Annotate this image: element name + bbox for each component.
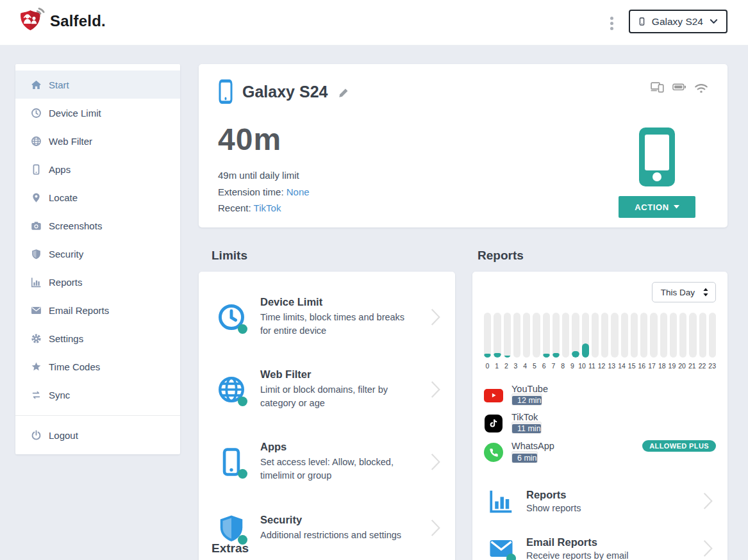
recent-app-link[interactable]: TikTok xyxy=(254,202,281,213)
hour-bar-23 xyxy=(709,313,716,358)
device-status-icons xyxy=(651,81,708,95)
sidebar-item-web-filter[interactable]: Web Filter xyxy=(15,127,180,155)
sidebar-item-logout[interactable]: Logout xyxy=(15,416,180,454)
feature-title: Security xyxy=(260,514,415,526)
status-dot xyxy=(506,554,516,560)
extras-heading: Extras xyxy=(212,541,249,556)
reports-card: This Day 0123456789101112131415161718192… xyxy=(472,272,727,560)
hour-bar-15 xyxy=(631,313,638,358)
star-icon xyxy=(31,361,42,372)
chevron-right-icon[interactable] xyxy=(430,518,441,538)
edit-pencil-icon[interactable] xyxy=(338,87,349,99)
sidebar-item-sync[interactable]: Sync xyxy=(15,381,180,409)
sidebar-nav: StartDevice LimitWeb FilterAppsLocateScr… xyxy=(15,64,180,454)
wifi-icon xyxy=(694,81,708,95)
chevron-right-icon[interactable] xyxy=(430,308,441,327)
sidebar-item-apps[interactable]: Apps xyxy=(15,155,180,183)
feature-desc: Limit or block domains, filter by catego… xyxy=(260,383,415,410)
globe-icon xyxy=(217,375,246,404)
sidebar-item-screenshots[interactable]: Screenshots xyxy=(15,211,180,240)
smartphone-icon xyxy=(217,447,246,477)
feature-title: Web Filter xyxy=(260,368,415,381)
feature-title: Apps xyxy=(260,441,415,453)
app-usage-row-tiktok: TikTok11 min xyxy=(484,412,716,435)
sidebar-item-label: Time Codes xyxy=(49,361,100,372)
chevron-right-icon[interactable] xyxy=(430,380,441,399)
hour-label: 7 xyxy=(550,362,557,370)
limits-item-web-filter[interactable]: Web FilterLimit or block domains, filter… xyxy=(199,353,455,425)
devices-icon xyxy=(651,81,665,95)
sidebar-item-security[interactable]: Security xyxy=(15,240,180,268)
sync-icon xyxy=(31,390,42,400)
app-name: YouTube xyxy=(511,384,548,394)
limits-item-apps[interactable]: AppsSet access level: Allow, blocked, ti… xyxy=(199,425,455,498)
device-title: Galaxy S24 xyxy=(242,83,328,101)
hour-bar-17 xyxy=(650,313,657,358)
hour-label: 9 xyxy=(569,362,576,370)
chevron-right-icon[interactable] xyxy=(702,539,713,558)
hour-bar-12 xyxy=(601,313,608,358)
action-label: ACTION xyxy=(635,202,669,212)
hour-bar-14 xyxy=(621,313,628,358)
report-range-select[interactable]: This Day xyxy=(652,282,716,302)
sidebar-item-locate[interactable]: Locate xyxy=(15,183,180,211)
hour-label: 10 xyxy=(578,362,586,370)
sidebar-item-label: Apps xyxy=(49,164,71,175)
sidebar-item-settings[interactable]: Settings xyxy=(15,324,180,352)
sidebar-item-time-codes[interactable]: Time Codes xyxy=(15,352,180,381)
app-usage-row-youtube: YouTube12 min xyxy=(484,384,716,407)
hour-bar-18 xyxy=(660,313,667,358)
sidebar-item-email-reports[interactable]: Email Reports xyxy=(15,296,180,324)
hourly-usage-chart: 01234567891011121314151617181920212223 xyxy=(484,313,716,370)
allowed-plus-badge: ALLOWED PLUS xyxy=(642,440,716,452)
home-icon xyxy=(31,79,42,90)
reports-nav-item-email-reports[interactable]: Email ReportsReceive reports by email xyxy=(484,525,716,560)
sidebar-item-start[interactable]: Start xyxy=(15,70,180,99)
hour-label: 8 xyxy=(560,362,567,370)
app-usage-bar: 12 min xyxy=(511,393,542,406)
map-pin-icon xyxy=(31,192,42,203)
hour-label: 11 xyxy=(588,362,595,370)
sidebar-item-label: Device Limit xyxy=(49,108,101,119)
sidebar-item-device-limit[interactable]: Device Limit xyxy=(15,99,180,127)
device-summary-card: Galaxy S24 40m 49m until daily limit Ext… xyxy=(199,64,727,227)
status-dot xyxy=(238,469,247,479)
hour-bar-1 xyxy=(494,313,501,358)
nav-desc: Receive reports by email xyxy=(526,550,629,560)
nav-title: Email Reports xyxy=(526,536,629,548)
hour-label: 2 xyxy=(503,362,510,370)
smartphone-icon xyxy=(218,79,233,104)
hour-bar-9 xyxy=(572,313,579,358)
battery-icon xyxy=(672,81,686,95)
hour-label: 4 xyxy=(522,362,529,370)
hour-label: 23 xyxy=(708,362,716,370)
hour-label: 17 xyxy=(648,362,656,370)
limits-item-device-limit[interactable]: Device LimitTime limits, block times and… xyxy=(199,281,455,353)
hour-label: 1 xyxy=(494,362,501,370)
device-selector-dropdown[interactable]: Galaxy S24 xyxy=(629,10,727,33)
mail-icon xyxy=(31,305,42,316)
hour-bar-5 xyxy=(533,313,540,358)
app-duration: 12 min xyxy=(512,396,542,405)
sidebar-item-reports[interactable]: Reports xyxy=(15,268,180,296)
clock-icon xyxy=(217,302,246,332)
logout-label: Logout xyxy=(49,430,78,441)
feature-desc: Time limits, block times and breaks for … xyxy=(260,311,415,338)
hour-bar-13 xyxy=(611,313,618,358)
action-button[interactable]: ACTION xyxy=(619,196,695,218)
feature-desc: Additional restrictions and settings xyxy=(260,529,415,542)
shield-icon xyxy=(217,513,246,543)
clock-icon xyxy=(31,108,42,119)
hour-label: 0 xyxy=(484,362,491,370)
globe-icon xyxy=(31,136,42,147)
extension-time-label: Extension time: xyxy=(218,186,284,197)
reports-nav-item-reports[interactable]: ReportsShow reports xyxy=(484,477,716,525)
extension-time-link[interactable]: None xyxy=(287,186,310,197)
gear-icon xyxy=(31,333,42,344)
chevron-right-icon[interactable] xyxy=(430,452,441,472)
hour-label: 16 xyxy=(638,362,646,370)
nav-title: Reports xyxy=(526,489,581,501)
chevron-right-icon[interactable] xyxy=(702,491,713,511)
overflow-menu-icon[interactable] xyxy=(603,14,620,32)
hour-label: 13 xyxy=(608,362,615,370)
